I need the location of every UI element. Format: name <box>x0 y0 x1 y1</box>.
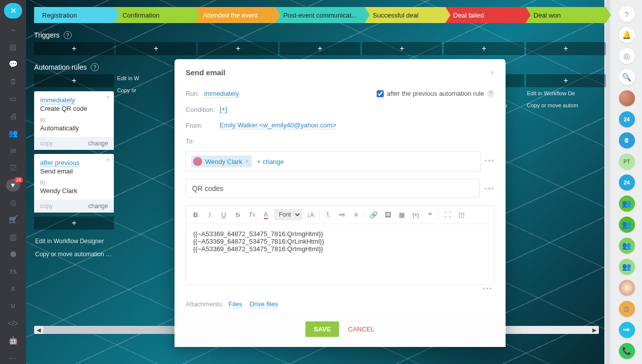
user-avatar[interactable] <box>619 90 635 106</box>
b24-badge-icon[interactable]: 24 <box>619 111 635 127</box>
crm-funnel-icon[interactable]: ▾28 <box>6 179 20 191</box>
rule-card-qr[interactable]: × immediately Create QR code to: Automat… <box>34 91 114 150</box>
editor-body[interactable]: {{~A53369_64872_53475_7816:QrImgHtml}} {… <box>186 224 494 284</box>
add-change-recipient[interactable]: + change <box>257 158 284 165</box>
code-icon[interactable]: (•) <box>410 209 421 221</box>
export-icon[interactable]: ⮕ <box>619 322 635 338</box>
rule-when[interactable]: immediately <box>40 96 75 104</box>
group-icon-4[interactable]: 👥 <box>619 259 635 275</box>
drive-icon[interactable]: 🖨 <box>6 110 20 122</box>
recipients-more-icon[interactable]: ••• <box>485 157 495 164</box>
messenger-icon[interactable]: ◎ <box>619 48 635 64</box>
stage-postevent[interactable]: Post-event communicat... <box>275 7 365 23</box>
rule-card-email[interactable]: × after previous Send email to: Wendy Cl… <box>34 154 114 213</box>
italic-icon[interactable]: I <box>204 209 215 221</box>
ul-icon[interactable]: •≡ <box>337 209 348 221</box>
rule-change[interactable]: change <box>88 203 108 210</box>
remove-chip-icon[interactable]: × <box>245 158 249 165</box>
tasks-icon[interactable]: ☑ <box>6 162 20 174</box>
s-icon[interactable]: S <box>6 283 20 295</box>
inventory-icon[interactable]: ⬢ <box>6 248 20 260</box>
bold-icon[interactable]: B <box>190 209 201 221</box>
add-trigger-3[interactable]: + <box>198 42 278 55</box>
table-icon[interactable]: ▦ <box>396 209 407 221</box>
add-rule-7[interactable]: + <box>526 74 606 87</box>
condition-value[interactable]: [+] <box>220 105 227 113</box>
chat-icon[interactable]: 💬 <box>6 58 20 70</box>
search-icon[interactable]: 🔍 <box>619 69 635 85</box>
people-avatar[interactable] <box>619 280 635 296</box>
help-icon[interactable]: ? <box>91 63 99 71</box>
run-value[interactable]: immediately <box>204 90 239 98</box>
group-icon-2[interactable]: 👥 <box>619 217 635 233</box>
clear-format-icon[interactable]: Tx <box>246 209 257 221</box>
align-icon[interactable]: ≡ <box>351 209 362 221</box>
add-trigger-1[interactable]: + <box>34 42 114 55</box>
stage-attended[interactable]: Attended the event <box>195 7 275 23</box>
add-rule-1b[interactable]: + <box>34 217 114 230</box>
feed-icon[interactable]: ▤ <box>6 41 20 53</box>
font-select[interactable]: Font <box>274 209 302 221</box>
phone-icon[interactable]: 📞 <box>619 343 635 359</box>
wf-edit-cut[interactable]: Edit in Workflow De <box>526 87 606 99</box>
scroll-right-icon[interactable]: ▶ <box>590 327 599 333</box>
wf-copy-link[interactable]: Copy or move automation rules <box>34 248 114 261</box>
b24-badge-icon-2[interactable]: 24 <box>619 174 635 191</box>
cancel-button[interactable]: CANCEL <box>348 321 375 337</box>
underline-icon[interactable]: U <box>218 209 229 221</box>
quote-icon[interactable]: ❝ <box>424 209 435 221</box>
android-icon[interactable]: 🤖 <box>6 334 20 346</box>
text-color-icon[interactable]: A <box>260 209 271 221</box>
help-icon[interactable]: ? <box>619 6 635 22</box>
rule-copy[interactable]: copy <box>40 140 53 147</box>
attach-drive[interactable]: Drive files <box>249 300 278 308</box>
ts-icon[interactable]: TS <box>6 265 20 277</box>
dev-icon[interactable]: </> <box>6 317 20 329</box>
attach-files[interactable]: Files <box>229 300 242 308</box>
link-icon[interactable]: 🔗 <box>368 209 379 221</box>
stage-confirmation[interactable]: Confirmation <box>114 7 195 23</box>
store-icon[interactable]: 🛒 <box>6 214 20 226</box>
activity-icon[interactable]: ⌁ <box>6 24 20 36</box>
after-previous-checkbox[interactable] <box>377 90 384 97</box>
calendar-orange-icon[interactable]: 🗓 <box>619 301 635 317</box>
scroll-left-icon[interactable]: ◀ <box>34 327 43 333</box>
split-icon[interactable]: ◫ <box>456 209 467 221</box>
recipients-field[interactable]: Wendy Clark × + change <box>186 151 480 172</box>
save-button[interactable]: SAVE <box>305 321 339 337</box>
image-icon[interactable]: 🖼 <box>382 209 393 221</box>
wf-edit-link[interactable]: Edit in Workflow Designer <box>34 235 114 248</box>
mail-icon[interactable]: ✉ <box>6 144 20 156</box>
add-trigger-2[interactable]: + <box>116 42 196 55</box>
stage-success[interactable]: Successful deal <box>365 7 445 23</box>
more-icon[interactable]: ⋯ <box>6 351 20 363</box>
help-icon[interactable]: ? <box>64 31 72 39</box>
wf-copy-cut[interactable]: Copy or move autom <box>526 99 606 111</box>
u-icon[interactable]: U <box>6 300 20 312</box>
notifications-icon[interactable]: 🔔 <box>619 27 635 43</box>
rule-when[interactable]: after previous <box>40 159 80 167</box>
add-trigger-5[interactable]: + <box>362 42 442 55</box>
close-icon[interactable]: × <box>106 93 110 101</box>
close-overlay-button[interactable]: ✕ <box>4 3 22 19</box>
subject-input[interactable] <box>186 179 479 198</box>
strike-icon[interactable]: S <box>232 209 243 221</box>
stage-registration[interactable]: Registration <box>34 7 114 23</box>
catalog-icon[interactable]: ▥ <box>6 231 20 243</box>
add-trigger-7[interactable]: + <box>526 42 606 55</box>
rule-change[interactable]: change <box>88 140 108 147</box>
stage-failed[interactable]: Deal failed <box>445 7 526 23</box>
contacts-icon[interactable]: 👥 <box>6 127 20 139</box>
stage-won[interactable]: Deal won <box>526 7 606 23</box>
add-rule-1[interactable]: + <box>34 74 114 87</box>
add-trigger-6[interactable]: + <box>444 42 524 55</box>
ol-icon[interactable]: ⒈ <box>323 209 334 221</box>
subject-more-icon[interactable]: ••• <box>485 185 495 193</box>
recipient-chip[interactable]: Wendy Clark × <box>191 155 252 167</box>
help-icon[interactable]: ? <box>487 90 495 97</box>
close-icon[interactable]: × <box>106 156 110 163</box>
group-icon-1[interactable]: 👥 <box>619 196 635 212</box>
group-icon-3[interactable]: 👥 <box>619 238 635 254</box>
calendar-icon[interactable]: 🗓 <box>6 76 20 88</box>
pt-badge-icon[interactable]: PT <box>619 153 635 169</box>
